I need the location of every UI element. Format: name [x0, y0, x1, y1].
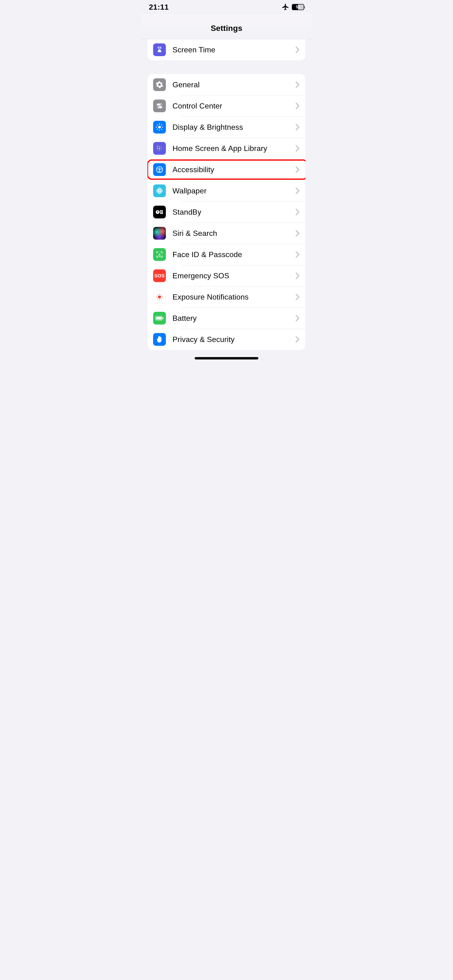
home-indicator[interactable] — [195, 357, 258, 360]
settings-group-main: General Control Center Display & Brightn… — [147, 74, 306, 350]
exposure-icon — [153, 291, 166, 303]
chevron-right-icon — [295, 124, 300, 130]
row-home-screen[interactable]: Home Screen & App Library — [147, 138, 306, 159]
row-label: Face ID & Passcode — [172, 250, 295, 259]
svg-rect-17 — [159, 148, 160, 149]
airplane-mode-icon — [281, 3, 289, 11]
hourglass-icon — [153, 43, 166, 56]
hand-icon — [153, 333, 166, 346]
row-label: Accessibility — [172, 165, 295, 174]
svg-line-12 — [161, 125, 162, 125]
svg-point-47 — [157, 299, 158, 299]
svg-point-43 — [156, 297, 157, 298]
row-label: Screen Time — [172, 46, 295, 54]
row-label: Exposure Notifications — [172, 293, 295, 301]
svg-point-48 — [161, 299, 162, 299]
status-indicators: 51 — [281, 3, 304, 11]
svg-rect-15 — [161, 146, 162, 147]
row-faceid-passcode[interactable]: Face ID & Passcode — [147, 244, 306, 265]
row-display-brightness[interactable]: Display & Brightness — [147, 116, 306, 138]
standby-icon — [153, 206, 166, 218]
svg-line-9 — [157, 125, 158, 125]
chevron-right-icon — [295, 102, 300, 110]
row-label: Siri & Search — [172, 229, 295, 238]
chevron-right-icon — [295, 272, 300, 279]
chevron-right-icon — [295, 336, 300, 343]
svg-point-3 — [157, 107, 158, 108]
app-grid-icon — [153, 142, 166, 155]
svg-rect-50 — [156, 317, 162, 319]
settings-scroll[interactable]: Screen Time General Control Center — [141, 39, 312, 376]
gear-icon — [153, 78, 166, 91]
svg-point-4 — [158, 126, 161, 128]
svg-rect-21 — [161, 150, 162, 151]
chevron-right-icon — [295, 293, 300, 301]
siri-icon — [153, 227, 166, 240]
row-exposure-notifications[interactable]: Exposure Notifications — [147, 286, 306, 307]
row-label: StandBy — [172, 208, 295, 216]
accessibility-icon — [153, 163, 166, 176]
row-label: General — [172, 80, 295, 89]
svg-rect-13 — [157, 146, 158, 147]
svg-rect-37 — [160, 213, 162, 213]
status-time: 21:11 — [149, 3, 169, 11]
row-label: Privacy & Security — [172, 335, 295, 344]
chevron-right-icon — [295, 81, 300, 88]
chevron-right-icon — [295, 46, 300, 53]
row-accessibility[interactable]: Accessibility — [147, 159, 306, 180]
row-privacy-security[interactable]: Privacy & Security — [147, 329, 306, 350]
svg-point-38 — [158, 253, 159, 254]
svg-rect-16 — [157, 148, 158, 149]
svg-point-24 — [159, 190, 160, 192]
sos-icon: SOS — [153, 269, 166, 282]
chevron-right-icon — [295, 208, 300, 216]
settings-group-top: Screen Time — [147, 39, 306, 60]
battery-percent: 51 — [296, 5, 300, 9]
row-label: Emergency SOS — [172, 272, 295, 280]
battery-icon — [153, 312, 166, 325]
row-label: Display & Brightness — [172, 123, 295, 132]
svg-point-45 — [157, 295, 158, 296]
svg-point-40 — [158, 296, 161, 299]
chevron-right-icon — [295, 187, 300, 194]
nav-header: Settings — [141, 14, 312, 39]
chevron-right-icon — [295, 166, 300, 173]
status-bar: 21:11 51 — [141, 0, 312, 14]
row-emergency-sos[interactable]: SOS Emergency SOS — [147, 265, 306, 286]
sun-icon — [153, 121, 166, 134]
svg-rect-36 — [160, 212, 162, 212]
page-title: Settings — [141, 24, 312, 33]
row-standby[interactable]: StandBy — [147, 201, 306, 223]
row-screen-time[interactable]: Screen Time — [147, 39, 306, 60]
flower-icon — [153, 185, 166, 197]
chevron-right-icon — [295, 315, 300, 322]
svg-rect-14 — [159, 146, 160, 147]
row-general[interactable]: General — [147, 74, 306, 95]
row-control-center[interactable]: Control Center — [147, 95, 306, 116]
row-label: Home Screen & App Library — [172, 144, 295, 153]
svg-rect-19 — [157, 150, 158, 151]
svg-rect-20 — [159, 150, 160, 151]
battery-indicator: 51 — [292, 4, 304, 10]
svg-point-41 — [159, 294, 160, 294]
faceid-icon — [153, 248, 166, 261]
svg-rect-18 — [161, 148, 162, 149]
svg-rect-51 — [163, 317, 164, 319]
svg-point-42 — [159, 299, 160, 300]
svg-point-39 — [160, 253, 161, 254]
svg-point-23 — [159, 167, 160, 169]
row-siri-search[interactable]: Siri & Search — [147, 223, 306, 244]
row-label: Battery — [172, 314, 295, 323]
row-battery[interactable]: Battery — [147, 307, 306, 329]
svg-rect-35 — [160, 211, 162, 211]
chevron-right-icon — [295, 145, 300, 152]
switches-icon — [153, 100, 166, 112]
row-wallpaper[interactable]: Wallpaper — [147, 180, 306, 201]
svg-line-10 — [161, 129, 162, 129]
svg-line-11 — [157, 129, 158, 129]
svg-point-1 — [160, 104, 162, 105]
chevron-right-icon — [295, 251, 300, 258]
chevron-right-icon — [295, 230, 300, 237]
svg-point-46 — [161, 295, 162, 296]
row-label: Wallpaper — [172, 186, 295, 195]
